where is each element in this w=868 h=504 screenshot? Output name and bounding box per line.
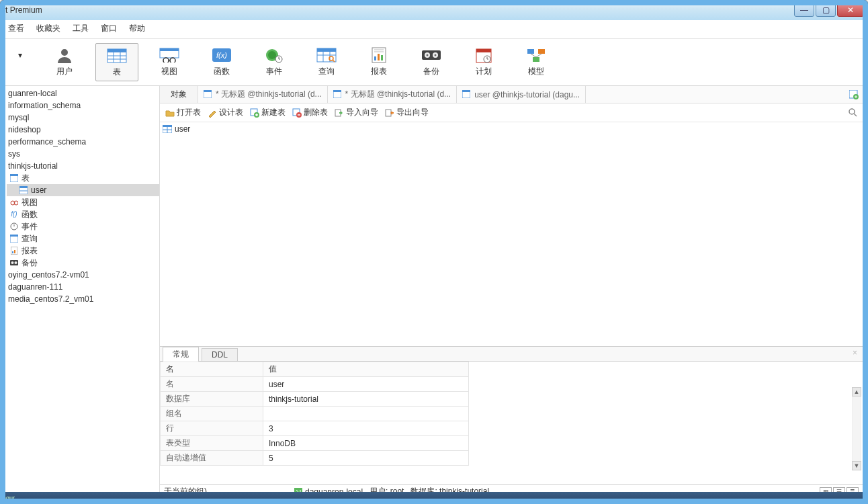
- action-new-table[interactable]: 新建表: [249, 106, 287, 119]
- svg-point-63: [15, 261, 17, 264]
- toolbar-report-label: 报表: [371, 66, 387, 77]
- tree-server[interactable]: media_centos7.2_vm01: [7, 293, 159, 305]
- window-minimize-button[interactable]: —: [794, 3, 814, 17]
- tree-backups[interactable]: 备份: [7, 257, 159, 269]
- tree-tables[interactable]: 表: [7, 172, 159, 184]
- toolbar-table[interactable]: 表: [95, 43, 138, 81]
- scroll-track[interactable]: [852, 396, 861, 461]
- prop-ai-value: 5: [263, 451, 469, 466]
- object-list[interactable]: user: [160, 122, 863, 346]
- action-export[interactable]: 导出向导: [384, 106, 430, 119]
- panel-scrollbar[interactable]: ▲ ▼: [852, 387, 861, 470]
- taskbar: agur: [0, 492, 868, 504]
- tree-server[interactable]: daguanren-111: [7, 281, 159, 293]
- search-button[interactable]: [848, 108, 859, 118]
- toolbar-function[interactable]: f(x) 函数: [200, 43, 243, 80]
- svg-rect-67: [333, 90, 341, 92]
- prop-name-label: 名: [161, 377, 263, 392]
- menu-tools[interactable]: 工具: [73, 23, 89, 34]
- tab-add-button[interactable]: [845, 90, 863, 99]
- toolbar-report[interactable]: 报表: [357, 43, 400, 80]
- tree-db[interactable]: guanren-local: [7, 87, 159, 99]
- toolbar-model[interactable]: 模型: [515, 43, 558, 80]
- panel-tab-ddl[interactable]: DDL: [202, 348, 238, 361]
- svg-rect-44: [533, 57, 539, 62]
- prop-rows-value: 3: [263, 421, 469, 436]
- action-open-table[interactable]: 打开表: [164, 106, 202, 119]
- toolbar-dropdown[interactable]: ▾: [7, 43, 34, 67]
- window-close-button[interactable]: ✕: [837, 3, 864, 17]
- tree-server[interactable]: oying_centos7.2-vm01: [7, 269, 159, 281]
- tree-db[interactable]: sys: [7, 148, 159, 160]
- svg-point-36: [435, 54, 437, 56]
- tree-db[interactable]: information_schema: [7, 99, 159, 112]
- prop-group-label: 组名: [161, 407, 263, 421]
- toolbar-event[interactable]: 事件: [253, 43, 296, 80]
- report-small-icon: [9, 246, 19, 255]
- menu-favorites[interactable]: 收藏夹: [36, 23, 60, 34]
- tree-db[interactable]: mysql: [7, 112, 159, 124]
- sidebar[interactable]: guanren-local information_schema mysql n…: [5, 86, 160, 499]
- tree-functions[interactable]: f()函数: [7, 208, 159, 220]
- menu-help[interactable]: 帮助: [129, 23, 145, 34]
- table-icon: [163, 125, 172, 133]
- svg-point-62: [11, 261, 14, 264]
- svg-rect-38: [476, 49, 491, 52]
- menu-view[interactable]: 查看: [8, 23, 24, 34]
- tab-query-2[interactable]: * 无标题 @thinkjs-tutorial (d...: [328, 86, 458, 103]
- panel-close-button[interactable]: ×: [853, 348, 857, 358]
- svg-rect-82: [386, 110, 391, 116]
- svg-rect-29: [381, 55, 383, 60]
- toolbar-user-label: 用户: [56, 66, 73, 77]
- panel-tab-general[interactable]: 常规: [163, 347, 199, 362]
- query-small-icon: [9, 234, 19, 243]
- toolbar-user[interactable]: 用户: [43, 43, 86, 80]
- svg-rect-57: [10, 235, 18, 237]
- view-icon: [9, 198, 19, 207]
- query-icon: [314, 46, 339, 65]
- object-table-user[interactable]: user: [163, 124, 860, 134]
- tree-db[interactable]: thinkjs-tutorial: [7, 160, 159, 172]
- tree-db[interactable]: nideshop: [7, 124, 159, 136]
- tab-table-user[interactable]: user @thinkjs-tutorial (dagu...: [457, 86, 586, 103]
- menu-window[interactable]: 窗口: [101, 23, 117, 34]
- action-import[interactable]: 导入向导: [333, 106, 380, 119]
- col-name: 名: [161, 362, 263, 377]
- prop-ai-label: 自动递增值: [161, 451, 263, 466]
- tree-queries[interactable]: 查询: [7, 233, 159, 245]
- tree-views[interactable]: 视图: [7, 196, 159, 208]
- tab-objects[interactable]: 对象: [160, 86, 198, 103]
- tree-reports[interactable]: 报表: [7, 245, 159, 257]
- properties-grid[interactable]: 名值 名user 数据库thinkjs-tutorial 组名 行3 表类型In…: [160, 362, 863, 484]
- toolbar-query[interactable]: 查询: [305, 43, 348, 80]
- tab-query-1[interactable]: * 无标题 @thinkjs-tutorial (d...: [198, 86, 328, 103]
- tree-db[interactable]: performance_schema: [7, 136, 159, 148]
- window-title: t Premium: [3, 5, 793, 15]
- scroll-up-icon[interactable]: ▲: [852, 387, 861, 396]
- action-bar: 打开表 设计表 新建表 删除表 导入向导 导出向导: [160, 103, 863, 122]
- toolbar-view[interactable]: 视图: [148, 43, 191, 80]
- svg-point-83: [849, 109, 855, 114]
- function-icon: f(x): [210, 46, 234, 65]
- tree-events[interactable]: 事件: [7, 220, 159, 233]
- toolbar-backup[interactable]: 备份: [410, 43, 453, 80]
- toolbar-function-label: 函数: [214, 66, 230, 77]
- user-icon: [52, 46, 77, 65]
- svg-point-35: [427, 54, 429, 56]
- window-maximize-button[interactable]: ▢: [816, 3, 836, 17]
- toolbar-table-label: 表: [113, 67, 121, 78]
- action-design-table[interactable]: 设计表: [206, 106, 245, 119]
- svg-point-0: [61, 49, 68, 56]
- grid-icon: [105, 46, 129, 65]
- svg-line-84: [854, 114, 857, 116]
- query-tab-icon: [204, 90, 213, 99]
- tabbar: 对象 * 无标题 @thinkjs-tutorial (d... * 无标题 @…: [160, 86, 863, 103]
- new-icon: [250, 108, 259, 118]
- tray-text: agur: [3, 495, 15, 501]
- svg-rect-2: [107, 49, 126, 52]
- toolbar-plan[interactable]: 计划: [462, 43, 505, 80]
- tree-table-user[interactable]: user: [7, 184, 159, 196]
- action-delete-table[interactable]: 删除表: [291, 106, 329, 119]
- export-icon: [385, 108, 394, 118]
- scroll-down-icon[interactable]: ▼: [852, 461, 861, 470]
